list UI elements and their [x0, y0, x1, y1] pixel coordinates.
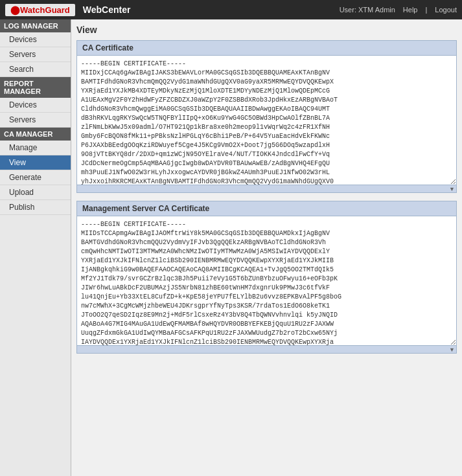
- sidebar-item-ca-upload[interactable]: Upload: [0, 185, 71, 200]
- sidebar-item-ca-view[interactable]: View: [0, 155, 71, 170]
- section-log-manager: LOG MANAGER: [0, 19, 71, 32]
- ca-certificate-section: CA Certificate -----BEGIN CERTIFICATE---…: [76, 40, 457, 193]
- ca-cert-scrollbar: ▼: [76, 185, 457, 193]
- sidebar-item-log-devices[interactable]: Devices: [0, 32, 71, 47]
- user-info: User: XTM Admin: [340, 6, 395, 14]
- ca-certificate-text[interactable]: -----BEGIN CERTIFICATE----- MIIDxjCCAq6g…: [76, 56, 457, 185]
- content-area: View CA Certificate -----BEGIN CERTIFICA…: [71, 19, 462, 476]
- sidebar-item-log-servers[interactable]: Servers: [0, 47, 71, 62]
- section-report-manager: REPORT MANAGER: [0, 77, 71, 98]
- ca-certificate-title: CA Certificate: [76, 40, 457, 56]
- sidebar-item-ca-publish[interactable]: Publish: [0, 200, 71, 215]
- logo-text: ⬤WatchGuard: [10, 5, 70, 15]
- logout-link[interactable]: Logout: [435, 6, 457, 14]
- top-bar: ⬤WatchGuard WebCenter User: XTM Admin He…: [0, 0, 462, 19]
- main-layout: LOG MANAGER Devices Servers Search REPOR…: [0, 19, 462, 476]
- sidebar-item-ca-manage[interactable]: Manage: [0, 141, 71, 155]
- sidebar: LOG MANAGER Devices Servers Search REPOR…: [0, 19, 71, 476]
- management-certificate-text[interactable]: -----BEGIN CERTIFICATE----- MIIDsTCCApmg…: [76, 216, 457, 346]
- management-certificate-section: Management Server CA Certificate -----BE…: [76, 201, 457, 354]
- sidebar-item-ca-generate[interactable]: Generate: [0, 170, 71, 185]
- top-nav: Help | Logout: [403, 6, 457, 14]
- page-title: View: [76, 25, 457, 35]
- help-link[interactable]: Help: [403, 6, 418, 14]
- logo: ⬤WatchGuard: [5, 4, 75, 16]
- sidebar-item-log-search[interactable]: Search: [0, 62, 71, 77]
- app-title: WebCenter: [83, 5, 340, 15]
- management-certificate-title: Management Server CA Certificate: [76, 201, 457, 216]
- sidebar-item-report-devices[interactable]: Devices: [0, 98, 71, 113]
- management-cert-scrollbar: ▼: [76, 346, 457, 354]
- section-ca-manager: CA MANAGER: [0, 128, 71, 141]
- sidebar-item-report-servers[interactable]: Servers: [0, 113, 71, 128]
